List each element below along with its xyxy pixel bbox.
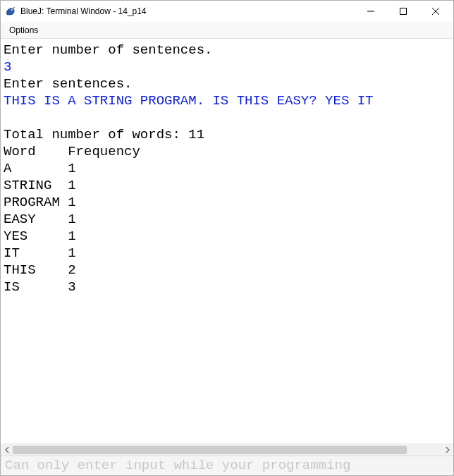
output-row: STRING 1: [4, 178, 76, 193]
output-line: Total number of words: 11: [4, 127, 204, 142]
maximize-button[interactable]: [387, 1, 419, 22]
output-row: IS 3: [4, 279, 76, 295]
user-input-line: 3: [4, 59, 11, 75]
terminal-input-field[interactable]: Can only enter input while your programm…: [1, 456, 453, 475]
scroll-left-icon[interactable]: [1, 444, 13, 456]
terminal-area: Enter number of sentences. 3 Enter sente…: [1, 39, 453, 475]
output-row: EASY 1: [4, 212, 76, 227]
scroll-right-icon[interactable]: [441, 444, 453, 456]
output-line: Enter sentences.: [4, 76, 132, 92]
menu-bar: Options: [1, 22, 453, 39]
window-controls: [355, 1, 452, 22]
svg-rect-2: [400, 8, 407, 15]
scrollbar-thumb[interactable]: [13, 446, 407, 454]
window-title: BlueJ: Terminal Window - 14_p14: [20, 6, 355, 16]
title-bar: BlueJ: Terminal Window - 14_p14: [1, 1, 453, 22]
output-row: A 1: [4, 161, 76, 176]
output-row: THIS 2: [4, 262, 76, 278]
output-row: IT 1: [4, 245, 76, 261]
svg-line-4: [432, 8, 439, 15]
close-button[interactable]: [419, 1, 452, 22]
terminal-window: BlueJ: Terminal Window - 14_p14 Options …: [0, 0, 454, 476]
user-input-line: THIS IS A STRING PROGRAM. IS THIS EASY? …: [4, 93, 374, 109]
minimize-button[interactable]: [355, 1, 387, 22]
output-header: Word Frequency: [4, 144, 140, 159]
output-line: Enter number of sentences.: [4, 42, 212, 58]
terminal-output[interactable]: Enter number of sentences. 3 Enter sente…: [1, 39, 453, 444]
output-row: YES 1: [4, 228, 76, 244]
scrollbar-track[interactable]: [13, 444, 441, 456]
svg-line-3: [432, 8, 439, 15]
bluej-icon: [5, 6, 16, 17]
svg-point-0: [11, 9, 13, 11]
horizontal-scrollbar[interactable]: [1, 444, 453, 456]
menu-options[interactable]: Options: [4, 24, 44, 37]
output-row: PROGRAM 1: [4, 195, 76, 210]
